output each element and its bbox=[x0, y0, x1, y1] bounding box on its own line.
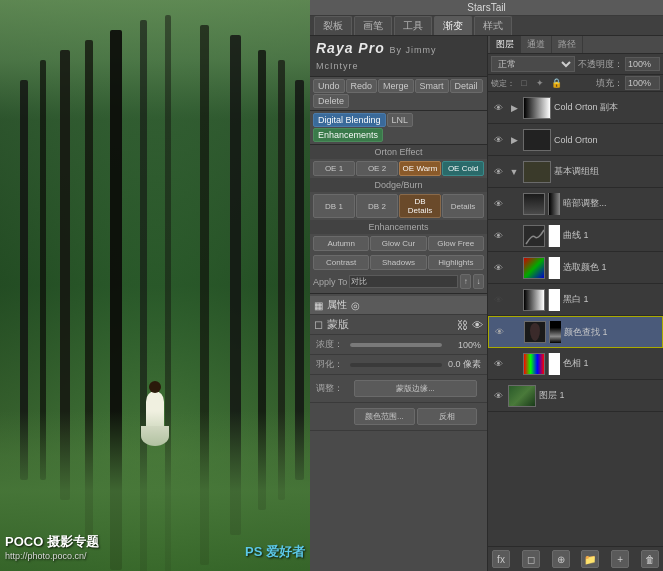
layer-name: 图层 1 bbox=[539, 389, 660, 402]
right-panel: StarsTail 裂板 画笔 工具 渐变 样式 Raya Pro By Jim… bbox=[310, 0, 663, 571]
eye-icon[interactable]: 👁 bbox=[491, 229, 505, 243]
watermark-brand: POCO 摄影专题 bbox=[5, 533, 99, 551]
btn-db2[interactable]: DB 2 bbox=[356, 194, 398, 218]
tab-channels[interactable]: 通道 bbox=[521, 36, 552, 53]
apply-up-btn[interactable]: ↑ bbox=[460, 274, 471, 289]
eye-icon[interactable]: 👁 bbox=[491, 133, 505, 147]
btn-glow-free[interactable]: Glow Free bbox=[428, 236, 484, 251]
layer-mask bbox=[549, 321, 561, 343]
fill-label: 填充： bbox=[596, 77, 623, 90]
tab-brush[interactable]: 画笔 bbox=[354, 16, 392, 35]
feather-slider[interactable] bbox=[350, 363, 442, 367]
color-range-row: 颜色范围... 反相 bbox=[310, 403, 487, 431]
btn-glow-cur[interactable]: Glow Cur bbox=[370, 236, 426, 251]
props-icon2: ◎ bbox=[351, 300, 360, 311]
thumb-img bbox=[524, 130, 550, 150]
tab-styles[interactable]: 样式 bbox=[474, 16, 512, 35]
btn-details[interactable]: Details bbox=[442, 194, 484, 218]
layer-curves1[interactable]: 👁 曲线 1 bbox=[488, 220, 663, 252]
layer-bw1[interactable]: 👁 黑白 1 bbox=[488, 284, 663, 316]
layer-photo1[interactable]: 👁 图层 1 bbox=[488, 380, 663, 412]
btn-oe-warm[interactable]: OE Warm bbox=[399, 161, 441, 176]
btn-redo[interactable]: Redo bbox=[346, 79, 378, 93]
btn-contrast[interactable]: Contrast bbox=[313, 255, 369, 270]
eye-icon[interactable]: 👁 bbox=[491, 197, 505, 211]
watermark: POCO 摄影专题 http://photo.poco.cn/ bbox=[5, 533, 99, 561]
tab-gradient[interactable]: 渐变 bbox=[434, 16, 472, 35]
photo-area: POCO 摄影专题 http://photo.poco.cn/ PS 爱好者 bbox=[0, 0, 310, 571]
mask-icon: ◻ bbox=[314, 318, 323, 331]
thumb-img bbox=[524, 354, 544, 374]
raya-nav: Digital Blending LNL Enhancements bbox=[310, 111, 487, 145]
mode-opacity: 不透明度： bbox=[578, 57, 660, 71]
opacity-input[interactable] bbox=[625, 57, 660, 71]
eye-icon[interactable]: 👁 bbox=[491, 389, 505, 403]
btn-mask-edge[interactable]: 蒙版边缘... bbox=[354, 380, 477, 397]
lock-position-icon[interactable]: 🔒 bbox=[549, 76, 563, 90]
btn-shadows[interactable]: Shadows bbox=[370, 255, 426, 270]
btn-oe2[interactable]: OE 2 bbox=[356, 161, 398, 176]
layer-name: 暗部调整... bbox=[563, 197, 660, 210]
btn-detail[interactable]: Detail bbox=[450, 79, 483, 93]
starstail-title: StarsTail bbox=[467, 2, 505, 13]
layer-cold-orton-copy[interactable]: 👁 ▶ Cold Orton 副本 bbox=[488, 92, 663, 124]
layer-darks-adj[interactable]: 👁 暗部调整... bbox=[488, 188, 663, 220]
layer-hue1[interactable]: 👁 色相 1 bbox=[488, 348, 663, 380]
tab-paths[interactable]: 路径 bbox=[552, 36, 583, 53]
layer-base-group[interactable]: 👁 ▼ 基本调组组 bbox=[488, 156, 663, 188]
btn-smart[interactable]: Smart bbox=[415, 79, 449, 93]
layers-side-panel: 图层 通道 路径 正常 正片叠底 滤色 不透明度： bbox=[488, 36, 663, 571]
apply-down-btn[interactable]: ↓ bbox=[473, 274, 484, 289]
lock-paint-icon[interactable]: ✦ bbox=[533, 76, 547, 90]
btn-new-layer[interactable]: + bbox=[611, 550, 629, 568]
fill-input[interactable] bbox=[625, 76, 660, 90]
btn-group-layers[interactable]: 📁 bbox=[581, 550, 599, 568]
layer-selective-color1[interactable]: 👁 选取颜色 1 bbox=[488, 252, 663, 284]
btn-highlights[interactable]: Highlights bbox=[428, 255, 484, 270]
layer-cold-orton[interactable]: 👁 ▶ Cold Orton bbox=[488, 124, 663, 156]
layers-list: 👁 ▶ Cold Orton 副本 👁 ▶ bbox=[488, 92, 663, 546]
layer-mask bbox=[548, 289, 560, 311]
tab-panel[interactable]: 裂板 bbox=[314, 16, 352, 35]
blend-mode-select[interactable]: 正常 正片叠底 滤色 bbox=[491, 56, 575, 72]
btn-db-details[interactable]: DB Details bbox=[399, 194, 441, 218]
tab-tools[interactable]: 工具 bbox=[394, 16, 432, 35]
btn-autumn[interactable]: Autumn bbox=[313, 236, 369, 251]
btn-delete-layer[interactable]: 🗑 bbox=[641, 550, 659, 568]
thumb-img bbox=[509, 386, 535, 406]
btn-oe1[interactable]: OE 1 bbox=[313, 161, 355, 176]
btn-color-range[interactable]: 颜色范围... bbox=[354, 408, 415, 425]
tab-layers[interactable]: 图层 bbox=[490, 36, 521, 53]
thumb-img bbox=[524, 98, 550, 118]
lock-label: 锁定： bbox=[491, 78, 515, 89]
layer-color-lookup1[interactable]: 👁 颜色查找 1 bbox=[488, 316, 663, 348]
density-slider[interactable] bbox=[350, 343, 442, 347]
eye-icon[interactable]: 👁 bbox=[492, 325, 506, 339]
btn-merge[interactable]: Merge bbox=[378, 79, 414, 93]
btn-adjustment-layer[interactable]: ⊕ bbox=[552, 550, 570, 568]
layer-name: 黑白 1 bbox=[563, 293, 660, 306]
btn-undo[interactable]: Undo bbox=[313, 79, 345, 93]
dodge-burn-label: Dodge/Burn bbox=[310, 178, 487, 192]
btn-add-mask[interactable]: ◻ bbox=[522, 550, 540, 568]
btn-enhancements[interactable]: Enhancements bbox=[313, 128, 383, 142]
watermark-url: http://photo.poco.cn/ bbox=[5, 551, 99, 561]
btn-db1[interactable]: DB 1 bbox=[313, 194, 355, 218]
btn-lnl[interactable]: LNL bbox=[387, 113, 414, 127]
thumb-img bbox=[524, 162, 550, 182]
eye-icon[interactable]: 👁 bbox=[491, 101, 505, 115]
eye-icon[interactable]: 👁 bbox=[491, 261, 505, 275]
btn-digital-blending[interactable]: Digital Blending bbox=[313, 113, 386, 127]
layer-thumbnail bbox=[523, 353, 545, 375]
apply-to-label: Apply To bbox=[313, 277, 347, 287]
btn-oe-cold[interactable]: OE Cold bbox=[442, 161, 484, 176]
lock-transparency-icon[interactable]: □ bbox=[517, 76, 531, 90]
btn-invert[interactable]: 反相 bbox=[417, 408, 478, 425]
eye-icon[interactable]: 👁 bbox=[491, 357, 505, 371]
layer-thumbnail bbox=[523, 97, 551, 119]
eye-icon[interactable]: 👁 bbox=[491, 293, 505, 307]
apply-to-input[interactable] bbox=[349, 275, 458, 288]
btn-layer-fx[interactable]: fx bbox=[492, 550, 510, 568]
eye-icon[interactable]: 👁 bbox=[491, 165, 505, 179]
btn-delete[interactable]: Delete bbox=[313, 94, 349, 108]
